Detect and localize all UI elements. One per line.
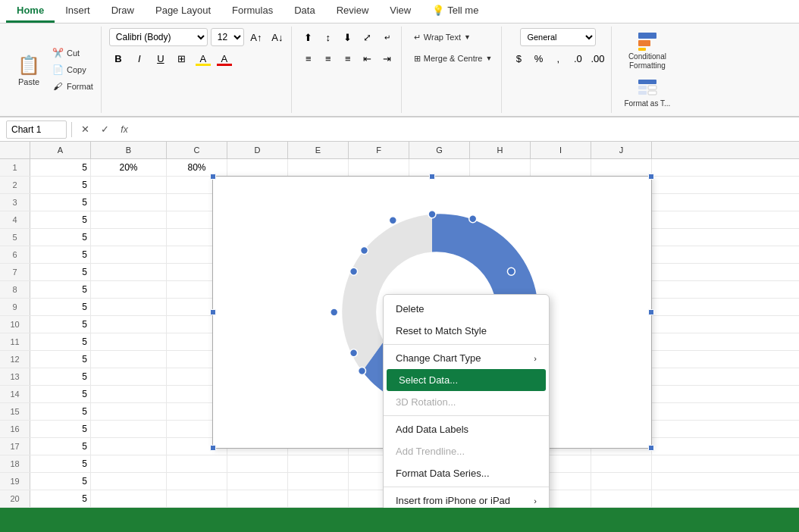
format-as-table-label: Format as T... (624, 99, 670, 108)
conditional-formatting-button[interactable]: ConditionalFormatting (624, 28, 671, 74)
wrap-text-button[interactable]: ↵ (378, 28, 396, 46)
delete-label: Delete (396, 303, 425, 315)
tab-page-layout[interactable]: Page Layout (145, 0, 221, 23)
col-header-d[interactable]: D (227, 142, 288, 158)
increase-decimal-button[interactable]: .00 (588, 49, 606, 67)
cell-b1[interactable]: 20% (91, 159, 167, 176)
handle-br[interactable] (648, 445, 654, 451)
align-right-button[interactable]: ≡ (339, 49, 357, 67)
col-header-a[interactable]: A (30, 142, 91, 158)
clipboard-group: 📋 Paste ✂️ Cut 📄 Copy 🖌 Format (6, 27, 102, 113)
comma-button[interactable]: , (549, 49, 567, 67)
copy-button[interactable]: 📄 Copy (49, 62, 96, 77)
decrease-decimal-button[interactable]: .0 (569, 49, 587, 67)
handle-tm[interactable] (429, 174, 435, 180)
tab-review[interactable]: Review (326, 0, 380, 23)
cell-a1[interactable]: 5 (30, 159, 91, 176)
fx-icon[interactable]: fx (116, 121, 133, 138)
font-color-button[interactable]: A (215, 49, 233, 67)
spreadsheet-body: 1 5 20% 80% 25 35 45 55 65 75 85 95 105 (0, 159, 799, 508)
confirm-formula-icon[interactable]: ✓ (96, 121, 113, 138)
cell-d1[interactable] (227, 159, 288, 176)
col-header-b[interactable]: B (91, 142, 167, 158)
tab-tell-me[interactable]: 💡 Tell me (421, 0, 489, 23)
menu-item-format-data-series[interactable]: Format Data Series... (384, 462, 549, 484)
cell-j1[interactable] (591, 159, 652, 176)
handle-ml[interactable] (210, 309, 216, 315)
row-header-1[interactable]: 1 (0, 159, 30, 176)
menu-item-delete[interactable]: Delete (384, 298, 549, 320)
col-header-h[interactable]: H (470, 142, 531, 158)
percent-button[interactable]: % (529, 49, 547, 67)
fill-color-button[interactable]: A (194, 49, 212, 67)
number-format-select[interactable]: General (520, 28, 596, 46)
handle-mr[interactable] (648, 309, 654, 315)
menu-item-3d-rotation: 3D Rotation... (384, 391, 549, 413)
paste-button[interactable]: 📋 Paste (11, 50, 47, 89)
decrease-font-button[interactable]: A↓ (268, 28, 287, 46)
name-box[interactable] (6, 120, 67, 139)
number-group: General $ % , .0 .00 (505, 27, 612, 113)
handle-bl[interactable] (210, 445, 216, 451)
font-row-2: B I U ⊞ A A (109, 49, 233, 67)
cell-b2[interactable] (91, 177, 167, 193)
cell-i1[interactable] (531, 159, 591, 176)
svg-rect-3 (638, 80, 656, 84)
menu-item-add-data-labels[interactable]: Add Data Labels (384, 418, 549, 440)
tab-home[interactable]: Home (6, 0, 55, 23)
align-center-button[interactable]: ≡ (319, 49, 337, 67)
tab-view[interactable]: View (379, 0, 421, 23)
cell-h1[interactable] (470, 159, 531, 176)
angle-text-button[interactable]: ⤢ (359, 28, 377, 46)
col-header-i[interactable]: I (531, 142, 591, 158)
increase-font-button[interactable]: A↑ (247, 28, 265, 46)
align-top-button[interactable]: ⬆ (299, 28, 318, 46)
handle-tr[interactable] (648, 174, 654, 180)
formula-bar-icons: ✕ ✓ fx (77, 121, 133, 138)
insert-iphone-arrow: › (534, 496, 537, 505)
increase-indent-button[interactable]: ⇥ (378, 49, 396, 67)
underline-button[interactable]: U (152, 49, 170, 67)
cell-e1[interactable] (288, 159, 349, 176)
cell-c1[interactable]: 80% (167, 159, 227, 176)
cell-a2[interactable]: 5 (30, 177, 91, 193)
menu-item-reset-style[interactable]: Reset to Match Style (384, 320, 549, 342)
menu-item-select-data[interactable]: Select Data... (387, 369, 546, 391)
wrap-text-dropdown[interactable]: ↵ Wrap Text ▼ (409, 28, 475, 46)
col-header-j[interactable]: J (591, 142, 652, 158)
cut-button[interactable]: ✂️ Cut (49, 45, 96, 61)
tab-data[interactable]: Data (284, 0, 325, 23)
italic-button[interactable]: I (130, 49, 149, 67)
col-header-f[interactable]: F (349, 142, 409, 158)
handle-tl[interactable] (210, 174, 216, 180)
menu-item-insert-iphone[interactable]: Insert from iPhone or iPad › (384, 490, 549, 508)
cancel-formula-icon[interactable]: ✕ (77, 121, 93, 138)
format-as-table-button[interactable]: Format as T... (619, 75, 675, 111)
cell-g1[interactable] (409, 159, 470, 176)
col-header-c[interactable]: C (167, 142, 227, 158)
format-button[interactable]: 🖌 Format (49, 79, 96, 94)
col-header-e[interactable]: E (288, 142, 349, 158)
bold-button[interactable]: B (109, 49, 127, 67)
svg-point-21 (350, 268, 358, 275)
col-header-g[interactable]: G (409, 142, 470, 158)
merge-centre-dropdown[interactable]: ⊞ Merge & Centre ▼ (409, 49, 497, 67)
font-name-select[interactable]: Calibri (Body) (109, 28, 208, 46)
decrease-indent-button[interactable]: ⇤ (359, 49, 377, 67)
cell-f1[interactable] (349, 159, 409, 176)
align-middle-button[interactable]: ↕ (319, 28, 337, 46)
tab-insert[interactable]: Insert (55, 0, 101, 23)
align-bottom-button[interactable]: ⬇ (339, 28, 357, 46)
tab-draw[interactable]: Draw (101, 0, 145, 23)
wrap-text-icon: ↵ (414, 33, 421, 42)
align-left-button[interactable]: ≡ (299, 49, 318, 67)
accounting-button[interactable]: $ (509, 49, 528, 67)
font-size-select[interactable]: 12 (211, 28, 244, 46)
tab-formulas[interactable]: Formulas (221, 0, 284, 23)
border-button[interactable]: ⊞ (173, 49, 191, 67)
format-data-series-label: Format Data Series... (396, 468, 490, 479)
formula-input[interactable] (137, 120, 793, 139)
styles-group: ConditionalFormatting Format as T... (615, 27, 679, 113)
row-header-2[interactable]: 2 (0, 177, 30, 193)
menu-item-change-chart-type[interactable]: Change Chart Type › (384, 347, 549, 369)
